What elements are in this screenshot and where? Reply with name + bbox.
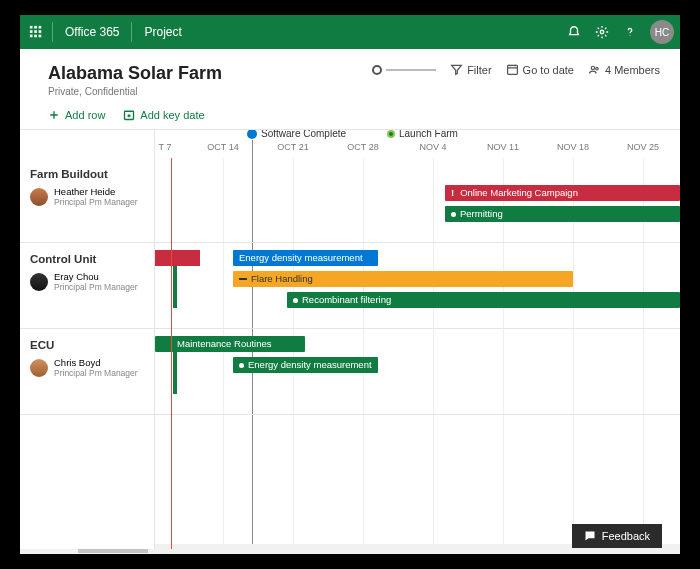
assignee[interactable]: Heather HeidePrincipal Pm Manager — [30, 186, 144, 208]
toolbar: Add row Add key date — [20, 103, 680, 129]
goto-date-button[interactable]: Go to date — [506, 63, 574, 76]
avatar-icon — [30, 359, 48, 377]
app-label[interactable]: Project — [132, 25, 193, 39]
task-bar[interactable]: Flare Handling — [233, 271, 573, 287]
task-stub[interactable] — [173, 352, 177, 394]
project-header: Alabama Solar Farm Private, Confidential… — [20, 49, 680, 103]
svg-point-12 — [596, 67, 598, 69]
chat-icon — [584, 530, 596, 542]
settings-icon[interactable] — [588, 25, 616, 39]
zoom-slider[interactable] — [372, 65, 436, 75]
plus-icon — [48, 109, 60, 121]
app-launcher-icon[interactable] — [20, 25, 52, 39]
svg-rect-0 — [30, 26, 33, 29]
brand-label[interactable]: Office 365 — [52, 22, 132, 42]
svg-rect-7 — [34, 35, 37, 38]
avatar-icon — [30, 273, 48, 291]
milestone-software[interactable]: Software Complete — [247, 130, 346, 139]
group-column: Farm Buildout Heather HeidePrincipal Pm … — [20, 130, 155, 549]
date-axis: T 7 OCT 14 OCT 21 OCT 28 NOV 4 NOV 11 NO… — [155, 142, 680, 158]
notifications-icon[interactable] — [560, 25, 588, 39]
svg-rect-5 — [39, 30, 42, 33]
group-ecu[interactable]: ECU Chris BoydPrincipal Pm Manager — [20, 329, 154, 415]
project-subtitle: Private, Confidential — [48, 86, 222, 97]
task-bar[interactable]: Maintenance Routines — [155, 336, 305, 352]
milestone-launch[interactable]: Launch Farm — [387, 130, 458, 139]
add-row-button[interactable]: Add row — [48, 109, 105, 121]
svg-rect-8 — [39, 35, 42, 38]
avatar-icon — [30, 188, 48, 206]
add-key-date-button[interactable]: Add key date — [123, 109, 204, 121]
task-bar[interactable]: Energy density measurement — [233, 250, 378, 266]
svg-rect-6 — [30, 35, 33, 38]
top-bar: Office 365 Project HC — [20, 15, 680, 49]
people-icon — [588, 63, 601, 76]
task-bar[interactable] — [155, 250, 200, 266]
feedback-button[interactable]: Feedback — [572, 524, 662, 548]
svg-rect-1 — [34, 26, 37, 29]
svg-rect-10 — [507, 65, 517, 74]
task-bar[interactable]: Energy density measurement — [233, 357, 378, 373]
calendar-icon — [506, 63, 519, 76]
svg-point-11 — [591, 66, 594, 69]
help-icon[interactable] — [616, 25, 644, 39]
task-bar[interactable]: Recombinant filtering — [287, 292, 680, 308]
assignee[interactable]: Chris BoydPrincipal Pm Manager — [30, 357, 144, 379]
svg-rect-4 — [34, 30, 37, 33]
user-avatar[interactable]: HC — [650, 20, 674, 44]
group-farm-buildout[interactable]: Farm Buildout Heather HeidePrincipal Pm … — [20, 158, 154, 243]
gantt-grid[interactable]: Software Complete Launch Farm T 7 OCT 14… — [155, 130, 680, 549]
svg-rect-2 — [39, 26, 42, 29]
milestone-dot-icon — [387, 130, 395, 138]
task-bar[interactable]: Permitting — [445, 206, 680, 222]
filter-button[interactable]: Filter — [450, 63, 491, 76]
svg-point-9 — [600, 30, 604, 34]
filter-icon — [450, 63, 463, 76]
key-date-icon — [123, 109, 135, 121]
assignee[interactable]: Eray ChouPrincipal Pm Manager — [30, 271, 144, 293]
timeline: Farm Buildout Heather HeidePrincipal Pm … — [20, 129, 680, 549]
group-control-unit[interactable]: Control Unit Eray ChouPrincipal Pm Manag… — [20, 243, 154, 329]
project-title: Alabama Solar Farm — [48, 63, 222, 84]
task-stub[interactable] — [173, 266, 177, 308]
members-button[interactable]: 4 Members — [588, 63, 660, 76]
task-bar[interactable]: !Online Marketing Campaign — [445, 185, 680, 201]
today-line — [171, 158, 172, 549]
milestone-dot-icon — [247, 130, 257, 139]
svg-rect-3 — [30, 30, 33, 33]
